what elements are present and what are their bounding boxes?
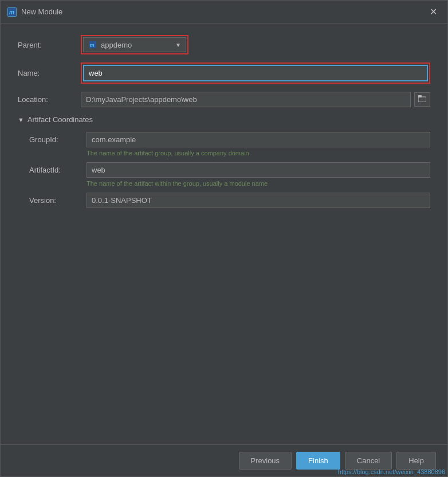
maven-icon: m [88,40,97,49]
svg-text:m: m [9,9,14,15]
location-input[interactable] [81,92,411,107]
dialog-icon: m [7,7,17,17]
name-input-highlight [81,62,430,84]
version-control [87,193,430,208]
parent-dropdown-highlight: m appdemo ▼ [81,35,188,54]
location-wrap [81,92,430,107]
collapse-arrow-icon[interactable]: ▼ [18,116,24,123]
dialog-content: Parent: m appdemo ▼ [1,24,447,444]
artifact-section-header: ▼ Artifact Coordinates [18,115,430,124]
close-button[interactable]: ✕ [426,6,441,18]
svg-rect-4 [418,97,426,102]
name-control-wrap [81,62,430,84]
dialog-footer: Previous Finish Cancel Help https://blog… [1,444,447,476]
groupid-label: GroupId: [29,132,87,144]
version-input[interactable] [87,193,430,208]
parent-row: Parent: m appdemo ▼ [18,35,430,54]
parent-label: Parent: [18,41,81,49]
groupid-control [87,132,430,147]
browse-button[interactable] [414,92,430,107]
svg-text:m: m [90,42,95,48]
parent-control-wrap: m appdemo ▼ [81,35,430,54]
dialog-title: New Module [21,7,62,16]
title-bar-left: m New Module [7,7,62,17]
location-row: Location: [18,92,430,107]
finish-button[interactable]: Finish [296,452,340,470]
dropdown-arrow-icon: ▼ [175,42,181,48]
artifactid-hint: The name of the artifact within the grou… [29,180,430,187]
version-label: Version: [29,193,87,205]
artifact-section-title: Artifact Coordinates [27,115,93,124]
artifactid-input[interactable] [87,162,430,178]
artifact-section: GroupId: The name of the artifact group,… [18,132,430,208]
new-module-dialog: m New Module ✕ Parent: m [0,0,448,477]
svg-rect-5 [418,95,422,97]
groupid-input[interactable] [87,132,430,147]
watermark-link[interactable]: https://blog.csdn.net/weixin_43880896 [336,467,447,476]
title-bar: m New Module ✕ [1,1,447,24]
location-label: Location: [18,95,81,104]
parent-name: appdemo [101,41,172,49]
artifactid-row: ArtifactId: [29,162,430,178]
name-input[interactable] [83,65,428,81]
name-label: Name: [18,69,81,77]
groupid-row: GroupId: [29,132,430,147]
artifactid-control [87,162,430,178]
parent-dropdown[interactable]: m appdemo ▼ [83,37,186,52]
groupid-hint: The name of the artifact group, usually … [29,150,430,157]
name-row: Name: [18,62,430,84]
previous-button[interactable]: Previous [239,452,292,470]
version-row: Version: [29,193,430,208]
artifactid-label: ArtifactId: [29,162,87,174]
